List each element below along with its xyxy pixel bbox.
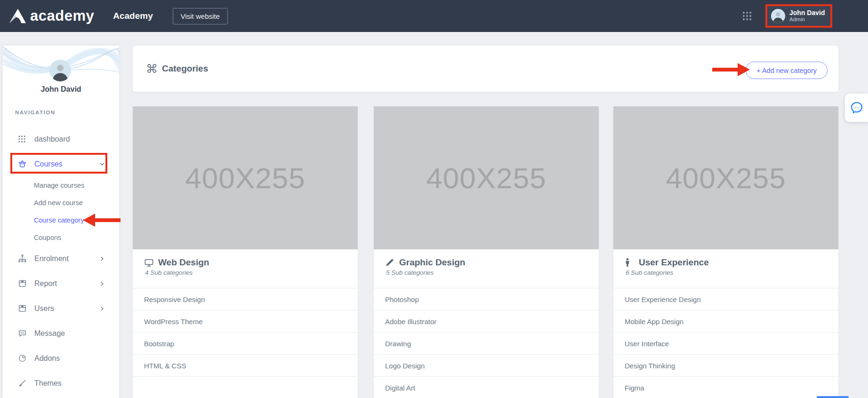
category-image-placeholder: 400X255 xyxy=(613,106,838,249)
visit-website-button[interactable]: Visit website xyxy=(173,8,228,24)
sidebar-avatar xyxy=(49,60,71,81)
site-name: Academy xyxy=(113,11,153,21)
chevron-right-icon xyxy=(99,306,105,311)
subcategory-row: WordPress Theme xyxy=(133,310,358,333)
messenger-icon xyxy=(850,101,864,115)
sidebar-item-label: Addons xyxy=(34,354,60,363)
sidebar-subitem-coupons[interactable]: Coupons xyxy=(3,229,119,246)
subcategory-row: User Interface xyxy=(613,333,838,355)
archive-icon xyxy=(18,279,27,288)
messenger-button[interactable] xyxy=(845,94,868,122)
subcategory-row: HTML & CSS xyxy=(133,355,358,377)
sidebar-item-label: Users xyxy=(34,304,54,313)
sidebar-item-enrolment[interactable]: Enrolment xyxy=(3,246,119,271)
sidebar-user-name: John David xyxy=(3,85,119,94)
category-card-web-design: 400X255 Web Design 4 Sub categories Resp… xyxy=(133,106,358,398)
avatar xyxy=(771,9,785,23)
sidebar-item-dashboard[interactable]: dashboard xyxy=(3,127,119,151)
brush-icon xyxy=(18,379,27,388)
category-subtitle: 4 Sub categories xyxy=(145,269,346,276)
subcategory-row: Responsive Design xyxy=(133,288,358,310)
command-icon: ⌘ xyxy=(146,63,158,75)
chevron-right-icon xyxy=(99,281,105,287)
subcategory-row: User Experience Design xyxy=(613,288,838,310)
subcategory-row: Digital Art xyxy=(374,377,599,398)
sidebar-item-label: Enrolment xyxy=(34,255,69,263)
sidebar-item-label: Report xyxy=(34,279,57,288)
sidebar-item-label: dashboard xyxy=(34,135,70,143)
person-icon xyxy=(625,258,635,267)
subcategory-row: Design Thinking xyxy=(613,355,838,377)
sidebar-item-users[interactable]: Users xyxy=(3,296,119,321)
sidebar-item-label: Message xyxy=(34,329,65,338)
category-title: Web Design xyxy=(158,257,209,268)
add-new-category-button[interactable]: + Add new category xyxy=(746,62,828,79)
academy-logo-icon xyxy=(8,8,26,24)
sidebar-subitem-manage-courses[interactable]: Manage courses xyxy=(3,176,119,194)
user-menu[interactable]: John David Admin xyxy=(765,4,832,28)
sidebar-subitem-add-new-course[interactable]: Add new course xyxy=(3,194,119,211)
sidebar-item-courses[interactable]: Courses xyxy=(3,151,119,176)
category-title: User Experience xyxy=(639,257,709,268)
sidebar-item-themes[interactable]: Themes xyxy=(3,371,119,396)
sidebar-subitem-label: Manage courses xyxy=(34,182,84,189)
category-image-placeholder: 400X255 xyxy=(374,106,599,249)
page-title: Categories xyxy=(162,64,208,74)
chat-icon xyxy=(18,329,27,338)
sidebar-subitem-label: Add new course xyxy=(34,199,83,207)
page-header-card: ⌘ Categories + Add new category xyxy=(133,46,838,92)
sidebar-nav: dashboard Courses Manage courses Add new… xyxy=(3,127,119,396)
bottom-cut-element xyxy=(817,396,849,398)
sidebar-item-message[interactable]: Message xyxy=(3,321,119,346)
sidebar-item-label: Themes xyxy=(34,379,62,388)
sidebar-section-label: NAVIGATION xyxy=(15,110,56,115)
subcategory-row: Mobile App Design xyxy=(613,310,838,333)
subcategory-row: Figma xyxy=(613,377,838,398)
category-subtitle: 6 Sub categories xyxy=(626,269,827,276)
category-card-graphic-design: 400X255 Graphic Design 5 Sub categories … xyxy=(374,106,599,398)
navbar-user-role: Admin xyxy=(789,16,825,23)
brand-text: academy xyxy=(30,8,94,24)
category-image-placeholder: 400X255 xyxy=(133,106,358,249)
sidebar-item-report[interactable]: Report xyxy=(3,271,119,296)
pie-icon xyxy=(18,354,27,363)
sitemap-icon xyxy=(18,254,27,263)
sidebar-subitem-label: Course category xyxy=(34,216,84,224)
monitor-icon xyxy=(144,258,154,268)
subcategory-row: Adobe Illustrator xyxy=(374,310,599,333)
subcategory-row: Photoshop xyxy=(374,288,599,310)
subcategory-row: Logo Design xyxy=(374,355,599,377)
archive-icon xyxy=(18,304,27,313)
subcategory-row: Bootstrap xyxy=(133,333,358,355)
chevron-down-icon xyxy=(99,161,105,167)
sidebar-item-label: Courses xyxy=(34,160,63,168)
app-logo[interactable]: academy xyxy=(8,8,94,24)
grid-dots-icon xyxy=(18,135,27,143)
basket-icon xyxy=(18,159,27,168)
category-title: Graphic Design xyxy=(399,257,465,268)
sidebar-subitem-course-category[interactable]: Course category xyxy=(3,211,119,229)
category-card-user-experience: 400X255 User Experience 6 Sub categories… xyxy=(613,106,838,398)
navbar-user-name: John David xyxy=(789,9,825,16)
top-navbar: academy Academy Visit website John David… xyxy=(0,0,868,32)
subcategory-row: Drawing xyxy=(374,333,599,355)
sidebar: John David NAVIGATION dashboard Courses … xyxy=(3,46,119,398)
chevron-right-icon xyxy=(99,256,105,262)
apps-grid-icon[interactable] xyxy=(742,11,752,21)
pencil-icon xyxy=(385,258,395,267)
sidebar-subitem-label: Coupons xyxy=(34,234,61,241)
category-subtitle: 5 Sub categories xyxy=(386,269,587,276)
sidebar-item-addons[interactable]: Addons xyxy=(3,346,119,371)
